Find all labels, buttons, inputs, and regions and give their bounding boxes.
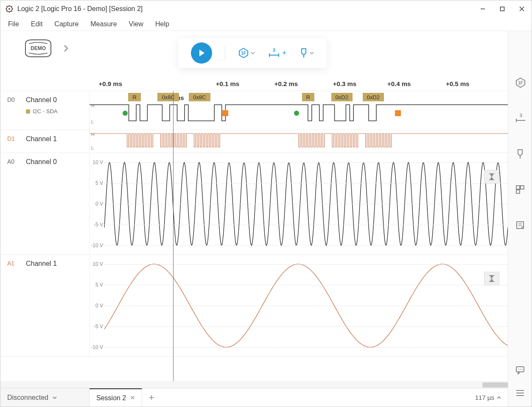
menu-measure[interactable]: Measure	[86, 19, 121, 30]
voltage-axis-label: 5 V	[90, 282, 103, 288]
time-tick: +0.3 ms	[333, 80, 356, 87]
voltage-axis-label: -5 V	[90, 222, 103, 228]
bottom-bar: Disconnected Session 2 × + 117 µs	[0, 388, 508, 407]
menu-file[interactable]: File	[4, 19, 23, 30]
menu-edit[interactable]: Edit	[27, 19, 47, 30]
decoder-tag[interactable]: 0xD2	[331, 93, 353, 101]
voltage-axis-label: -10 V	[90, 344, 103, 350]
stop-marker-icon[interactable]	[222, 110, 228, 116]
waveform-a0[interactable]: 10 V5 V0 V-5 V-10 V	[90, 153, 508, 254]
zoom-level-control[interactable]: 117 µs	[468, 394, 508, 401]
svg-rect-29	[516, 190, 520, 193]
channel-name[interactable]: Channel 1	[26, 260, 57, 268]
svg-rect-27	[516, 186, 520, 189]
protocol-color-dot	[26, 109, 30, 114]
notes-panel-icon[interactable]	[515, 220, 525, 230]
close-button[interactable]	[512, 0, 532, 17]
main-menu-icon[interactable]	[515, 388, 525, 398]
extensions-panel-icon[interactable]	[515, 184, 525, 195]
channel-name[interactable]: Channel 0	[26, 96, 58, 104]
voltage-axis-label: -5 V	[90, 323, 103, 329]
svg-point-1	[8, 8, 11, 10]
svg-text:3: 3	[520, 113, 522, 118]
markers-dropdown[interactable]	[300, 47, 314, 59]
window-controls	[473, 0, 532, 17]
start-marker-icon[interactable]	[123, 111, 128, 116]
svg-text:1F: 1F	[518, 81, 523, 85]
waveform-d0[interactable]: H L R0x8C0x8CR0xD20xD2	[90, 91, 508, 130]
start-capture-button[interactable]	[191, 42, 212, 64]
channel-row-a1: A1 Channel 1 10 V5 V0 V-5 V-10 V	[0, 255, 508, 357]
analyzers-panel-icon[interactable]: 1F	[515, 78, 525, 88]
connection-status-dropdown[interactable]: Disconnected	[0, 388, 90, 407]
voltage-axis-label: 10 V	[90, 261, 103, 267]
voltage-axis-label: 0 V	[90, 201, 103, 207]
svg-point-35	[520, 369, 521, 370]
decoder-tag[interactable]: R	[302, 93, 314, 101]
time-tick: +0.5 ms	[446, 80, 469, 87]
app-icon	[6, 5, 13, 13]
fit-vertical-button[interactable]	[484, 272, 499, 285]
channel-row-d0: D0 Channel 0 I2C - SDA H L R0x8C0x8CR0xD…	[0, 91, 508, 130]
svg-rect-3	[501, 7, 504, 11]
session-tab[interactable]: Session 2 ×	[90, 388, 142, 407]
svg-text:1F: 1F	[241, 51, 246, 56]
voltage-axis-label: 0 V	[90, 303, 103, 309]
toolbar-separator	[225, 45, 225, 61]
measurements-panel-icon[interactable]: 3	[515, 113, 525, 123]
window-title: Logic 2 [Logic Pro 16 - Demo] [Session 2…	[17, 5, 143, 13]
decoder-tag[interactable]: R	[128, 93, 140, 101]
decoder-tag[interactable]: 0xD2	[363, 93, 384, 101]
close-tab-icon[interactable]: ×	[130, 393, 135, 402]
measurements-button[interactable]: 3 +	[268, 47, 287, 59]
add-session-tab-button[interactable]: +	[142, 392, 161, 403]
menu-view[interactable]: View	[125, 19, 148, 30]
session-tab-label: Session 2	[96, 394, 126, 402]
svg-point-34	[518, 369, 519, 370]
svg-text:3: 3	[273, 47, 275, 53]
feedback-icon[interactable]	[515, 365, 525, 375]
svg-text:DEMO: DEMO	[31, 45, 46, 51]
start-marker-icon[interactable]	[294, 111, 299, 116]
channel-protocol[interactable]: I2C - SDA	[26, 108, 58, 114]
stop-marker-icon[interactable]	[395, 110, 401, 116]
channel-id: D0	[7, 96, 18, 103]
maximize-button[interactable]	[493, 0, 512, 17]
time-tick: +0.4 ms	[387, 80, 411, 87]
channel-id: D1	[7, 135, 18, 142]
fit-vertical-button[interactable]	[484, 170, 499, 184]
right-sidebar: 1F 3	[508, 31, 532, 407]
time-cursor[interactable]	[173, 91, 174, 381]
channel-id: A1	[7, 260, 18, 267]
channel-name[interactable]: Channel 0	[26, 158, 57, 166]
voltage-axis-label: -10 V	[90, 243, 103, 248]
device-badge[interactable]: DEMO	[21, 38, 55, 59]
time-tick: +0.9 ms	[99, 80, 122, 87]
analyzers-dropdown[interactable]: 1F	[238, 47, 255, 59]
waveform-d1[interactable]: H L	[90, 130, 508, 153]
menu-capture[interactable]: Capture	[50, 19, 83, 30]
menu-help[interactable]: Help	[151, 19, 174, 30]
channel-name[interactable]: Channel 1	[26, 135, 57, 143]
markers-panel-icon[interactable]	[515, 149, 525, 159]
horizontal-scrollbar[interactable]	[0, 381, 508, 388]
voltage-axis-label: 5 V	[90, 180, 103, 186]
svg-rect-28	[521, 186, 524, 189]
decoder-tag[interactable]: 0x8C	[189, 93, 210, 101]
minimize-button[interactable]	[473, 0, 493, 17]
decoder-tag[interactable]: 0x8C	[157, 93, 179, 101]
waveform-a1[interactable]: 10 V5 V0 V-5 V-10 V	[90, 255, 508, 356]
channel-row-a0: A0 Channel 0 10 V5 V0 V-5 V-10 V	[0, 153, 508, 255]
expand-device-panel-icon[interactable]	[64, 45, 69, 52]
menubar: File Edit Capture Measure View Help	[0, 17, 532, 31]
time-tick: +0.1 ms	[216, 80, 239, 87]
channel-row-d1: D1 Channel 1 H L	[0, 130, 508, 153]
titlebar: Logic 2 [Logic Pro 16 - Demo] [Session 2…	[0, 0, 532, 17]
channel-id: A0	[7, 158, 18, 165]
svg-point-36	[521, 369, 522, 370]
time-tick: +0.2 ms	[274, 80, 298, 87]
voltage-axis-label: 10 V	[90, 159, 103, 165]
capture-toolbar: 1F 3 +	[178, 38, 327, 68]
